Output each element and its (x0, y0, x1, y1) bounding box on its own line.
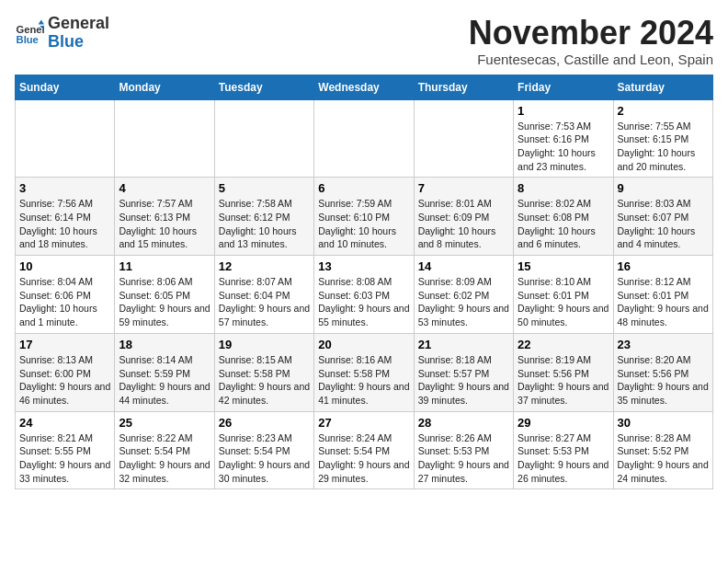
day-number: 27 (318, 416, 409, 430)
day-number: 4 (119, 181, 210, 195)
day-number: 11 (119, 259, 210, 273)
calendar-cell: 21Sunrise: 8:18 AM Sunset: 5:57 PM Dayli… (414, 333, 513, 411)
day-header-wednesday: Wednesday (314, 75, 414, 99)
day-number: 12 (219, 259, 310, 273)
calendar-cell: 26Sunrise: 8:23 AM Sunset: 5:54 PM Dayli… (214, 411, 313, 489)
day-header-thursday: Thursday (414, 75, 513, 99)
page-header: General Blue General Blue November 2024 … (15, 15, 713, 67)
day-number: 24 (19, 416, 110, 430)
day-number: 30 (618, 416, 709, 430)
calendar-cell (414, 99, 513, 178)
day-info: Sunrise: 8:08 AM Sunset: 6:03 PM Dayligh… (318, 275, 409, 329)
header-row: SundayMondayTuesdayWednesdayThursdayFrid… (16, 75, 713, 99)
day-number: 10 (19, 259, 110, 273)
calendar-cell: 13Sunrise: 8:08 AM Sunset: 6:03 PM Dayli… (314, 256, 414, 334)
logo-general: General (48, 14, 109, 32)
calendar-cell: 27Sunrise: 8:24 AM Sunset: 5:54 PM Dayli… (314, 411, 414, 489)
day-number: 26 (219, 416, 310, 430)
day-info: Sunrise: 7:53 AM Sunset: 6:16 PM Dayligh… (518, 120, 609, 174)
month-title: November 2024 (469, 15, 713, 52)
calendar-cell: 25Sunrise: 8:22 AM Sunset: 5:54 PM Dayli… (115, 411, 214, 489)
calendar-week-3: 10Sunrise: 8:04 AM Sunset: 6:06 PM Dayli… (16, 256, 713, 334)
day-number: 21 (418, 338, 509, 351)
day-info: Sunrise: 8:01 AM Sunset: 6:09 PM Dayligh… (418, 197, 509, 251)
day-info: Sunrise: 7:56 AM Sunset: 6:14 PM Dayligh… (19, 197, 110, 251)
day-info: Sunrise: 8:14 AM Sunset: 5:59 PM Dayligh… (119, 353, 210, 408)
logo-text: General Blue (48, 15, 109, 52)
day-info: Sunrise: 8:23 AM Sunset: 5:54 PM Dayligh… (219, 431, 310, 486)
calendar-cell: 20Sunrise: 8:16 AM Sunset: 5:58 PM Dayli… (314, 333, 414, 411)
calendar-cell: 7Sunrise: 8:01 AM Sunset: 6:09 PM Daylig… (414, 178, 513, 256)
day-number: 17 (19, 338, 110, 351)
calendar-cell: 29Sunrise: 8:27 AM Sunset: 5:53 PM Dayli… (514, 411, 613, 489)
calendar-cell: 12Sunrise: 8:07 AM Sunset: 6:04 PM Dayli… (214, 256, 313, 334)
day-info: Sunrise: 7:57 AM Sunset: 6:13 PM Dayligh… (119, 197, 210, 251)
svg-text:Blue: Blue (17, 34, 39, 45)
day-info: Sunrise: 8:24 AM Sunset: 5:54 PM Dayligh… (318, 431, 409, 486)
day-number: 6 (318, 181, 409, 195)
day-info: Sunrise: 7:59 AM Sunset: 6:10 PM Dayligh… (318, 197, 409, 251)
day-number: 7 (418, 181, 509, 195)
calendar-cell: 5Sunrise: 7:58 AM Sunset: 6:12 PM Daylig… (214, 178, 313, 256)
calendar-cell: 24Sunrise: 8:21 AM Sunset: 5:55 PM Dayli… (16, 411, 115, 489)
day-info: Sunrise: 8:26 AM Sunset: 5:53 PM Dayligh… (418, 431, 509, 486)
svg-marker-2 (39, 19, 44, 24)
day-number: 13 (318, 259, 409, 273)
day-number: 28 (418, 416, 509, 430)
day-number: 25 (119, 416, 210, 430)
day-number: 2 (618, 104, 709, 118)
day-info: Sunrise: 8:15 AM Sunset: 5:58 PM Dayligh… (219, 353, 310, 408)
calendar-cell: 6Sunrise: 7:59 AM Sunset: 6:10 PM Daylig… (314, 178, 414, 256)
calendar-cell: 18Sunrise: 8:14 AM Sunset: 5:59 PM Dayli… (115, 333, 214, 411)
calendar-header: SundayMondayTuesdayWednesdayThursdayFrid… (16, 75, 713, 99)
day-info: Sunrise: 8:13 AM Sunset: 6:00 PM Dayligh… (19, 353, 110, 408)
calendar-cell: 11Sunrise: 8:06 AM Sunset: 6:05 PM Dayli… (115, 256, 214, 334)
day-number: 1 (518, 104, 609, 118)
day-number: 14 (418, 259, 509, 273)
day-number: 15 (518, 259, 609, 273)
day-number: 22 (518, 338, 609, 351)
day-number: 9 (618, 181, 709, 195)
calendar-cell: 10Sunrise: 8:04 AM Sunset: 6:06 PM Dayli… (16, 256, 115, 334)
calendar-cell: 4Sunrise: 7:57 AM Sunset: 6:13 PM Daylig… (115, 178, 214, 256)
calendar-week-2: 3Sunrise: 7:56 AM Sunset: 6:14 PM Daylig… (16, 178, 713, 256)
day-number: 18 (119, 338, 210, 351)
calendar-cell (214, 99, 313, 178)
day-info: Sunrise: 7:58 AM Sunset: 6:12 PM Dayligh… (219, 197, 310, 251)
day-header-sunday: Sunday (16, 75, 115, 99)
day-info: Sunrise: 8:18 AM Sunset: 5:57 PM Dayligh… (418, 353, 509, 408)
day-info: Sunrise: 8:16 AM Sunset: 5:58 PM Dayligh… (318, 353, 409, 408)
calendar-cell: 30Sunrise: 8:28 AM Sunset: 5:52 PM Dayli… (613, 411, 712, 489)
calendar-cell: 28Sunrise: 8:26 AM Sunset: 5:53 PM Dayli… (414, 411, 513, 489)
day-info: Sunrise: 8:22 AM Sunset: 5:54 PM Dayligh… (119, 431, 210, 486)
calendar-table: SundayMondayTuesdayWednesdayThursdayFrid… (15, 75, 713, 490)
calendar-body: 1Sunrise: 7:53 AM Sunset: 6:16 PM Daylig… (16, 99, 713, 489)
calendar-week-1: 1Sunrise: 7:53 AM Sunset: 6:16 PM Daylig… (16, 99, 713, 178)
day-header-saturday: Saturday (613, 75, 712, 99)
calendar-cell: 22Sunrise: 8:19 AM Sunset: 5:56 PM Dayli… (514, 333, 613, 411)
calendar-cell: 2Sunrise: 7:55 AM Sunset: 6:15 PM Daylig… (613, 99, 712, 178)
calendar-cell: 14Sunrise: 8:09 AM Sunset: 6:02 PM Dayli… (414, 256, 513, 334)
day-info: Sunrise: 8:10 AM Sunset: 6:01 PM Dayligh… (518, 275, 609, 329)
calendar-cell: 1Sunrise: 7:53 AM Sunset: 6:16 PM Daylig… (514, 99, 613, 178)
day-info: Sunrise: 8:21 AM Sunset: 5:55 PM Dayligh… (19, 431, 110, 486)
calendar-cell: 15Sunrise: 8:10 AM Sunset: 6:01 PM Dayli… (514, 256, 613, 334)
calendar-cell (16, 99, 115, 178)
calendar-cell: 9Sunrise: 8:03 AM Sunset: 6:07 PM Daylig… (613, 178, 712, 256)
day-number: 29 (518, 416, 609, 430)
day-number: 19 (219, 338, 310, 351)
calendar-cell: 3Sunrise: 7:56 AM Sunset: 6:14 PM Daylig… (16, 178, 115, 256)
day-info: Sunrise: 8:07 AM Sunset: 6:04 PM Dayligh… (219, 275, 310, 329)
day-number: 23 (618, 338, 709, 351)
day-number: 20 (318, 338, 409, 351)
day-info: Sunrise: 8:03 AM Sunset: 6:07 PM Dayligh… (618, 197, 709, 251)
day-info: Sunrise: 8:12 AM Sunset: 6:01 PM Dayligh… (618, 275, 709, 329)
calendar-cell: 16Sunrise: 8:12 AM Sunset: 6:01 PM Dayli… (613, 256, 712, 334)
calendar-cell: 8Sunrise: 8:02 AM Sunset: 6:08 PM Daylig… (514, 178, 613, 256)
day-header-friday: Friday (514, 75, 613, 99)
day-info: Sunrise: 8:04 AM Sunset: 6:06 PM Dayligh… (19, 275, 110, 329)
calendar-cell (314, 99, 414, 178)
day-number: 3 (19, 181, 110, 195)
calendar-cell: 23Sunrise: 8:20 AM Sunset: 5:56 PM Dayli… (613, 333, 712, 411)
title-block: November 2024 Fuentesecas, Castille and … (469, 15, 713, 67)
